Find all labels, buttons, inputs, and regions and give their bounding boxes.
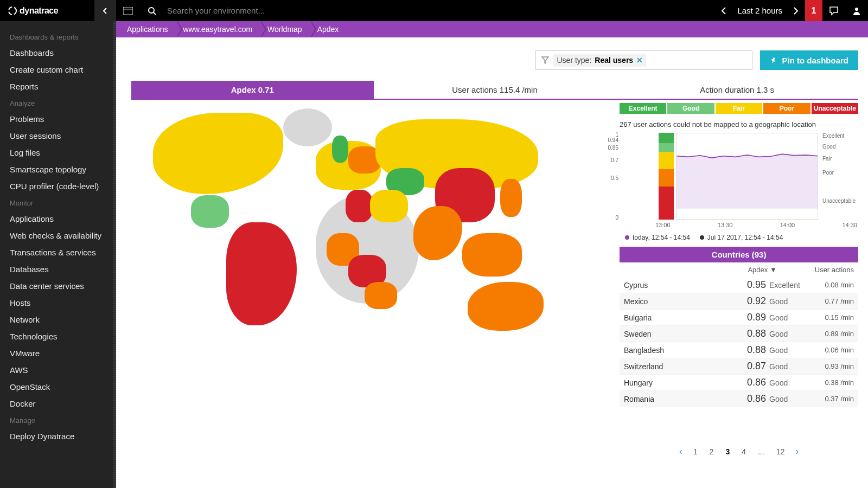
country-row[interactable]: Romania0.86Good0.37 /min xyxy=(620,391,858,407)
sidebar-item[interactable]: Web checks & availability xyxy=(0,227,116,244)
country-rating: Excellent xyxy=(766,281,805,290)
country-user-actions: 0.89 /min xyxy=(805,330,854,338)
pager-next[interactable]: › xyxy=(795,446,799,457)
legend-excellent[interactable]: Excellent xyxy=(620,103,666,114)
sidebar-item[interactable]: Smartscape topology xyxy=(0,161,116,178)
timeframe-label: Last 2 hours xyxy=(733,6,787,15)
sidebar-item[interactable]: Data center services xyxy=(0,278,116,294)
pager-page[interactable]: 12 xyxy=(776,447,785,456)
sidebar-item[interactable]: Reports xyxy=(0,78,116,95)
metric-tab[interactable]: Action duration 1.3 s xyxy=(616,81,858,99)
sidebar-item[interactable]: Network xyxy=(0,311,116,328)
sidebar-item[interactable]: Databases xyxy=(0,261,116,278)
dashboard-icon xyxy=(123,7,133,15)
search-button[interactable] xyxy=(140,0,164,21)
sidebar-item[interactable]: Deploy Dynatrace xyxy=(0,428,116,445)
sidebar: Dashboards & reportsDashboardsCreate cus… xyxy=(0,21,116,488)
region-middle-east xyxy=(370,190,408,222)
region-south-africa xyxy=(365,282,397,309)
brand-logo-icon xyxy=(8,6,17,16)
sidebar-item[interactable]: Transactions & services xyxy=(0,244,116,261)
help-button[interactable] xyxy=(822,0,845,21)
band-label: Excellent xyxy=(822,133,845,139)
sidebar-item[interactable]: CPU profiler (code-level) xyxy=(0,178,116,195)
pager-page[interactable]: 1 xyxy=(693,447,698,456)
timeframe-prev[interactable] xyxy=(714,7,733,15)
sidebar-item[interactable]: AWS xyxy=(0,362,116,378)
legend-good[interactable]: Good xyxy=(667,103,714,114)
pager-page[interactable]: ... xyxy=(758,447,764,456)
col-apdex[interactable]: Apdex ▼ xyxy=(748,266,776,274)
filter-chip-remove[interactable]: ✕ xyxy=(636,56,643,65)
sidebar-item[interactable]: Dashboards xyxy=(0,44,116,61)
country-row[interactable]: Cyprus0.95Excellent0.08 /min xyxy=(620,277,858,293)
ytick: 0.7 xyxy=(611,157,618,163)
pin-icon xyxy=(770,56,777,64)
dashboard-icon-button[interactable] xyxy=(116,0,140,21)
chat-icon xyxy=(829,6,839,16)
pager-page[interactable]: 2 xyxy=(710,447,714,456)
sidebar-item[interactable]: Log files xyxy=(0,144,116,161)
timeframe-next[interactable] xyxy=(787,7,805,15)
country-row[interactable]: Mexico0.92Good0.77 /min xyxy=(620,293,858,310)
pager-prev[interactable]: ‹ xyxy=(679,446,682,457)
metric-tab[interactable]: User actions 115.4 /min xyxy=(374,81,616,99)
apdex-band-axis xyxy=(659,133,674,220)
sidebar-item[interactable]: OpenStack xyxy=(0,378,116,395)
legend-fair[interactable]: Fair xyxy=(716,103,762,114)
filter-input[interactable]: User type: Real users ✕ xyxy=(535,50,752,70)
region-se-asia xyxy=(462,233,522,277)
trend-legend-compare[interactable]: Jul 17 2017, 12:54 - 14:54 xyxy=(700,234,783,241)
pin-to-dashboard-button[interactable]: Pin to dashboard xyxy=(760,50,858,70)
search-input[interactable]: Search your environment... xyxy=(164,6,714,15)
breadcrumb-item[interactable]: Apdex xyxy=(311,21,348,37)
apdex-trend-chart[interactable]: 1 0.94 0.85 0.7 0.5 0 Excellent xyxy=(620,133,858,220)
chevron-left-icon xyxy=(721,7,726,15)
collapse-sidebar-button[interactable] xyxy=(94,0,116,21)
sidebar-item[interactable]: User sessions xyxy=(0,127,116,144)
breadcrumb-item[interactable]: Applications xyxy=(120,21,177,37)
breadcrumb-item[interactable]: www.easytravel.com xyxy=(177,21,261,37)
brand-logo[interactable]: dynatrace xyxy=(0,6,66,16)
chevron-left-icon xyxy=(101,7,109,15)
user-menu-button[interactable] xyxy=(845,0,868,21)
country-row[interactable]: Sweden0.88Good0.89 /min xyxy=(620,326,858,342)
breadcrumb-item[interactable]: Worldmap xyxy=(261,21,311,37)
region-japan xyxy=(500,179,522,217)
metric-tab[interactable]: Apdex 0.71 xyxy=(131,81,374,99)
legend-poor[interactable]: Poor xyxy=(763,103,810,114)
country-rating: Good xyxy=(766,362,805,371)
country-row[interactable]: Bulgaria0.89Good0.15 /min xyxy=(620,310,858,326)
sidebar-item[interactable]: Technologies xyxy=(0,328,116,345)
chevron-right-icon xyxy=(793,7,799,15)
problems-badge[interactable]: 1 xyxy=(805,0,822,21)
country-rating: Good xyxy=(766,378,805,387)
pager-page[interactable]: 3 xyxy=(725,447,730,456)
sidebar-item[interactable]: Hosts xyxy=(0,294,116,311)
legend-unacceptable[interactable]: Unacceptable xyxy=(812,103,858,114)
sidebar-header: dynatrace xyxy=(0,0,116,21)
trend-legend-today[interactable]: today, 12:54 - 14:54 xyxy=(625,234,690,241)
sidebar-item[interactable]: Problems xyxy=(0,111,116,127)
ytick: 0.94 xyxy=(608,137,618,143)
sidebar-item[interactable]: Docker xyxy=(0,395,116,412)
sidebar-item[interactable]: Applications xyxy=(0,210,116,227)
ytick: 0.5 xyxy=(611,175,618,181)
sidebar-item[interactable]: VMware xyxy=(0,345,116,362)
country-row[interactable]: Switzerland0.87Good0.93 /min xyxy=(620,358,858,375)
region-north-africa xyxy=(346,190,373,222)
region-india xyxy=(413,206,462,260)
pager-page[interactable]: 4 xyxy=(742,447,746,456)
country-row[interactable]: Hungary0.86Good0.38 /min xyxy=(620,375,858,391)
search-placeholder: Search your environment... xyxy=(167,6,265,15)
country-rating: Good xyxy=(766,346,805,355)
trend-line xyxy=(676,133,818,209)
col-user-actions[interactable]: User actions xyxy=(815,266,854,274)
svg-point-3 xyxy=(149,8,154,13)
sidebar-item[interactable]: Create custom chart xyxy=(0,61,116,78)
topbar: dynatrace Search your environment... Las… xyxy=(0,0,868,21)
world-map[interactable] xyxy=(131,103,614,465)
country-row[interactable]: Bangladesh0.88Good0.06 /min xyxy=(620,342,858,358)
timeframe-selector[interactable]: Last 2 hours xyxy=(714,0,805,21)
xtick: 13:00 xyxy=(655,222,671,228)
